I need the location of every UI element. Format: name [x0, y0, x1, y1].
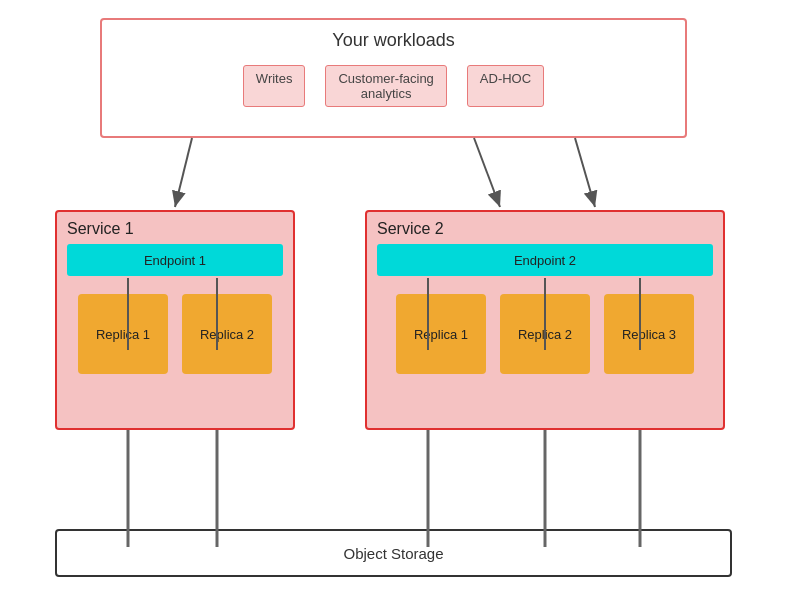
service-2-replicas: Replica 1 Replica 2 Replica 3	[367, 276, 723, 374]
customer-analytics-label: Customer-facinganalytics	[325, 65, 446, 107]
endpoint-2-bar: Endpoint 2	[377, 244, 713, 276]
diagram-container: Your workloads Writes Customer-facingana…	[0, 0, 787, 595]
writes-label: Writes	[243, 65, 306, 107]
service-2-replica-2: Replica 2	[500, 294, 590, 374]
adhoc-arrow	[575, 138, 595, 207]
service-2-replica-3: Replica 3	[604, 294, 694, 374]
workloads-title: Your workloads	[332, 20, 454, 59]
service-1-title: Service 1	[57, 212, 293, 244]
object-storage-box: Object Storage	[55, 529, 732, 577]
workloads-labels: Writes Customer-facinganalytics AD-HOC	[243, 65, 544, 107]
analytics-arrow	[474, 138, 500, 207]
workloads-box: Your workloads Writes Customer-facingana…	[100, 18, 687, 138]
service-1-replicas: Replica 1 Replica 2	[57, 276, 293, 374]
service-2-title: Service 2	[367, 212, 723, 244]
service-1-replica-1: Replica 1	[78, 294, 168, 374]
endpoint-1-bar: Endpoint 1	[67, 244, 283, 276]
writes-arrow	[175, 138, 192, 207]
object-storage-label: Object Storage	[343, 545, 443, 562]
service-1-replica-2: Replica 2	[182, 294, 272, 374]
service-2-box: Service 2 Endpoint 2 Replica 1 Replica 2…	[365, 210, 725, 430]
service-1-box: Service 1 Endpoint 1 Replica 1 Replica 2	[55, 210, 295, 430]
service-2-replica-1: Replica 1	[396, 294, 486, 374]
adhoc-label: AD-HOC	[467, 65, 544, 107]
